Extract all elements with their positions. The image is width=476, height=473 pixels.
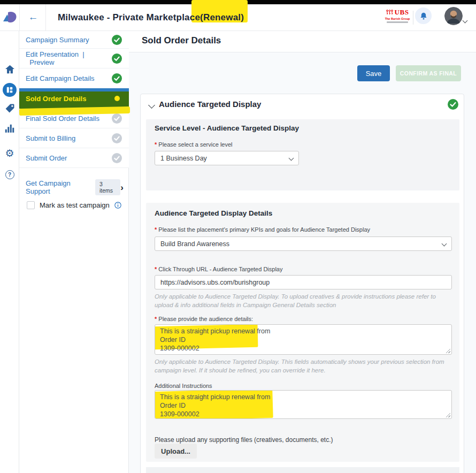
in-progress-dot-icon (114, 96, 120, 101)
ubs-keys-icon (386, 10, 393, 15)
dashboard-icon[interactable] (0, 83, 19, 97)
test-campaign-row: Mark as test campaign (27, 201, 121, 209)
tag-icon[interactable] (0, 103, 19, 113)
additional-instructions-textarea[interactable]: This is a straight pickup renewal from O… (155, 390, 452, 419)
ubs-name: UBS (395, 8, 409, 17)
textarea-line: Order ID (160, 335, 447, 344)
sidebar-item-label: Edit Presentation | Preview (26, 50, 112, 66)
section-title[interactable]: Audience Targeted Display (159, 100, 261, 109)
ubs-fine-print (387, 21, 408, 23)
campaign-title: Milwaukee - Private Marketplace (Renewal… (58, 4, 244, 31)
sidebar-item-campaign-summary[interactable]: Campaign Summary (19, 31, 129, 49)
pending-check-icon (112, 133, 122, 143)
upload-files-label: Please upload any supporting files (crea… (155, 436, 333, 444)
audience-targeted-display-card: Audience Targeted Display Service Level … (140, 94, 464, 473)
next-section-panel (146, 467, 459, 473)
chevron-right-icon[interactable]: › (120, 183, 124, 192)
sidebar-item-label: Sold Order Details (26, 95, 86, 103)
get-campaign-support[interactable]: Get Campaign Support 3 items › (19, 177, 129, 198)
sidebar-item-edit-presentation[interactable]: Edit Presentation | Preview (19, 49, 129, 68)
upload-button[interactable]: Upload... (155, 444, 197, 459)
service-level-select[interactable]: 1 Business Day (155, 151, 299, 165)
ubs-client-logo: UBS The Burish Group (381, 8, 414, 27)
confirm-as-final-button[interactable]: CONFIRM AS FINAL (396, 65, 461, 81)
sidebar-item-edit-campaign-details[interactable]: Edit Campaign Details (19, 68, 129, 88)
done-check-icon (112, 73, 122, 83)
service-level-value: 1 Business Day (160, 155, 207, 162)
sidebar-item-sold-order-details-active[interactable]: Sold Order Details (19, 88, 129, 109)
notifications-button[interactable] (415, 7, 432, 24)
page-title: Sold Order Details (142, 35, 221, 46)
icon-rail: ⚙ ? (0, 31, 19, 473)
help-icon[interactable]: ? (0, 170, 19, 179)
workflow-sidebar: Campaign Summary Edit Presentation | Pre… (19, 31, 129, 473)
pending-check-icon (112, 153, 122, 163)
textarea-line: 1309-000002 (160, 344, 447, 353)
home-icon[interactable] (0, 65, 19, 74)
sidebar-item-label: Edit Campaign Details (26, 74, 95, 82)
save-button[interactable]: Save (357, 65, 390, 81)
url-helper-text: Only applicable to Audience Targeted Dis… (155, 292, 450, 309)
ubs-group-name: The Burish Group (381, 17, 414, 20)
done-check-icon (112, 54, 122, 64)
divider: | (82, 50, 84, 58)
support-items-badge: 3 items (95, 179, 120, 195)
sidebar-item-submit-to-billing[interactable]: Submit to Billing (19, 128, 129, 148)
sidebar-item-submit-order[interactable]: Submit Order (19, 148, 129, 168)
app-window: ← Milwaukee - Private Marketplace (Renew… (0, 0, 476, 473)
kpi-select[interactable]: Build Brand Awareness (155, 236, 452, 251)
divider (19, 4, 20, 31)
done-check-icon (112, 35, 122, 45)
bar-chart-icon[interactable] (0, 124, 19, 133)
campaign-title-text: Milwaukee - Private Marketplace (58, 12, 200, 23)
sidebar-item-label: Campaign Summary (26, 36, 89, 44)
kpi-value: Build Brand Awareness (160, 240, 229, 248)
chevron-down-icon (289, 156, 294, 161)
audience-details-textarea[interactable]: This is a straight pickup renewal from O… (155, 324, 452, 355)
section-done-check-icon (448, 99, 458, 110)
chevron-down-icon (442, 241, 447, 247)
textarea-line: This is a straight pickup renewal from (160, 327, 447, 335)
audience-details-label: Please provide the audience details: (155, 316, 253, 322)
chevron-down-icon[interactable] (148, 102, 155, 109)
service-level-heading: Service Level - Audience Targeted Displa… (155, 124, 299, 132)
additional-instructions-label: Additional Instructions (155, 383, 212, 389)
click-through-url-input[interactable]: https://advisors.ubs.com/burishgroup (155, 275, 452, 289)
sidebar-item-label: Submit Order (26, 154, 67, 162)
app-logo-icon[interactable] (3, 11, 18, 24)
click-through-url-value: https://advisors.ubs.com/burishgroup (160, 279, 270, 286)
click-through-url-label: Click Through URL - Audience Targeted Di… (155, 266, 282, 272)
textarea-line: This is a straight pickup renewal from (160, 393, 447, 401)
divider (413, 11, 413, 25)
textarea-line: Order ID (160, 401, 447, 410)
back-arrow-icon[interactable]: ← (26, 10, 41, 25)
textarea-line: 1309-000002 (160, 410, 447, 418)
kpi-label: Please list the placement's primary KPIs… (155, 226, 370, 233)
sidebar-item-label: Submit to Billing (26, 134, 75, 142)
gear-icon[interactable]: ⚙ (0, 148, 19, 158)
test-campaign-label: Mark as test campaign (40, 201, 110, 209)
campaign-title-renewal: (Renewal) (200, 12, 244, 23)
preview-link[interactable]: Preview (29, 58, 54, 66)
support-label: Get Campaign Support (26, 179, 91, 195)
user-avatar[interactable] (444, 7, 463, 25)
pending-check-icon (112, 113, 122, 124)
bell-icon (419, 12, 428, 20)
info-icon[interactable] (114, 202, 121, 209)
audience-helper-text: Only applicable to Audience Targeted Dis… (155, 357, 452, 375)
divider (45, 4, 46, 31)
details-heading: Audience Targeted Display Details (155, 209, 272, 217)
service-level-label: Please select a service level (155, 141, 233, 148)
test-campaign-checkbox[interactable] (27, 201, 35, 209)
edit-presentation-link[interactable]: Edit Presentation (26, 50, 79, 58)
sidebar-item-label: Final Sold Order Details (26, 115, 99, 123)
user-menu-chevron-icon[interactable] (463, 15, 467, 25)
